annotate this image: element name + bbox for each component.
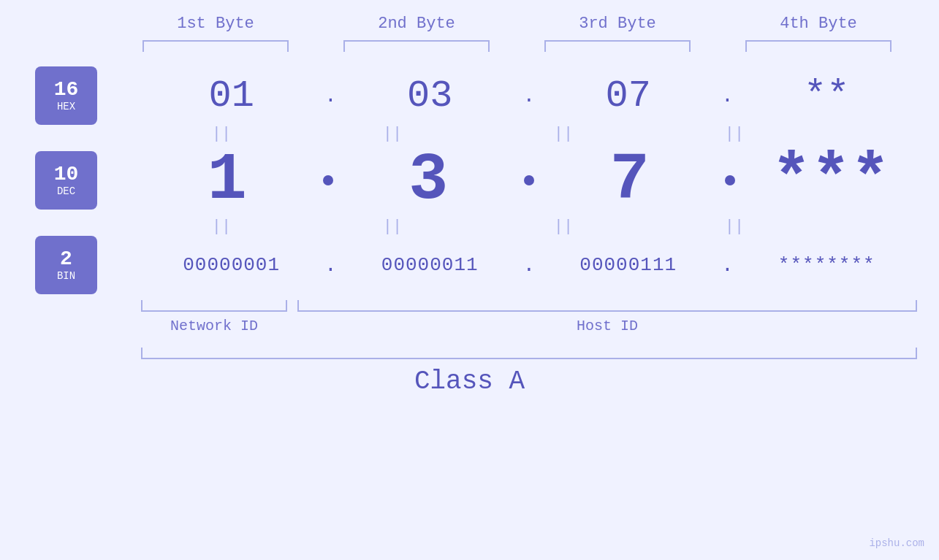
bracket-bottom-network: [141, 300, 287, 312]
eq1-b1: ||: [141, 125, 302, 143]
hex-dot3: .: [721, 85, 734, 107]
bin-byte3: 00000111: [548, 254, 709, 276]
hex-byte2: 03: [349, 74, 510, 118]
network-id-label: Network ID: [141, 318, 287, 334]
bin-dot1: .: [324, 254, 337, 277]
bin-dot3: .: [721, 254, 734, 277]
bin-label-base: BIN: [57, 270, 75, 282]
bracket-top-4: [745, 40, 892, 52]
dec-dot3: [725, 175, 735, 185]
bracket-top-2: [343, 40, 490, 52]
dec-dot1: [323, 175, 333, 185]
bin-byte4: ********: [746, 254, 907, 276]
top-brackets: [115, 40, 919, 52]
hex-label-num: 16: [54, 79, 79, 101]
main-container: 1st Byte 2nd Byte 3rd Byte 4th Byte 16 H…: [0, 0, 939, 560]
eq2-b2: ||: [312, 218, 473, 236]
dec-values: 1 3 7 ***: [141, 143, 939, 218]
dec-label-base: DEC: [57, 185, 75, 197]
hex-byte1: 01: [151, 74, 312, 118]
byte-headers: 1st Byte 2nd Byte 3rd Byte 4th Byte: [115, 15, 919, 33]
bottom-brackets-section: Network ID Host ID: [0, 300, 939, 334]
dec-label-box: 10 DEC: [35, 151, 97, 210]
bin-byte1: 00000001: [151, 254, 312, 276]
class-label: Class A: [0, 367, 939, 396]
hex-values: 01 . 03 . 07 . **: [141, 74, 939, 118]
dec-byte3: 7: [550, 143, 710, 218]
hex-dot2: .: [523, 85, 536, 107]
eq1-b4: ||: [654, 125, 815, 143]
eq2-b4: ||: [654, 218, 815, 236]
eq1-b3: ||: [483, 125, 644, 143]
bottom-brackets-row: [141, 300, 917, 312]
dec-byte4: ***: [750, 143, 911, 218]
hex-label-base: HEX: [57, 101, 75, 112]
dec-byte1: 1: [147, 143, 308, 218]
hex-dot1: .: [324, 85, 337, 107]
bin-byte2: 00000011: [349, 254, 510, 276]
byte1-header: 1st Byte: [135, 15, 296, 33]
watermark: ipshu.com: [869, 537, 924, 549]
dec-byte2: 3: [348, 143, 509, 218]
hex-byte3: 07: [548, 74, 709, 118]
hex-label-box: 16 HEX: [35, 66, 97, 125]
bin-values: 00000001 . 00000011 . 00000111 . *******…: [141, 254, 939, 277]
bin-dot2: .: [523, 254, 536, 277]
dec-dot2: [524, 175, 534, 185]
host-id-label: Host ID: [297, 318, 917, 334]
eq1-b2: ||: [312, 125, 473, 143]
equals-row-1: || || || ||: [0, 125, 939, 143]
bracket-bottom-host: [297, 300, 917, 312]
big-bottom-bracket: [141, 348, 917, 359]
byte4-header: 4th Byte: [738, 15, 899, 33]
eq2-b3: ||: [483, 218, 644, 236]
eq2-b1: ||: [141, 218, 302, 236]
dec-row: 10 DEC 1 3 7 ***: [0, 143, 939, 218]
bin-label-box: 2 BIN: [35, 236, 97, 294]
dec-label-num: 10: [54, 164, 79, 186]
id-labels-row: Network ID Host ID: [141, 318, 917, 334]
bracket-top-3: [544, 40, 691, 52]
byte2-header: 2nd Byte: [336, 15, 497, 33]
byte3-header: 3rd Byte: [537, 15, 698, 33]
bracket-top-1: [142, 40, 289, 52]
hex-byte4: **: [746, 74, 907, 118]
hex-row: 16 HEX 01 . 03 . 07 . **: [0, 66, 939, 125]
bin-row: 2 BIN 00000001 . 00000011 . 00000111 . *…: [0, 236, 939, 294]
bin-label-num: 2: [60, 248, 72, 271]
equals-row-2: || || || ||: [0, 218, 939, 236]
